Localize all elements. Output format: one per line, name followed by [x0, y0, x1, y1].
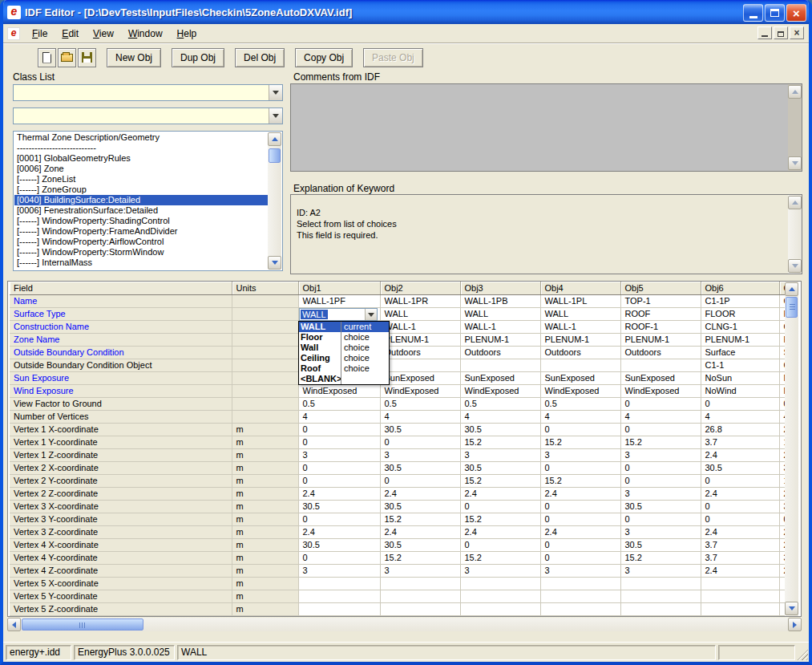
value-cell[interactable]: 0: [460, 500, 540, 513]
value-cell[interactable]: 3: [460, 448, 540, 461]
value-cell[interactable]: 0: [298, 461, 380, 474]
value-cell[interactable]: PLENUM-1: [620, 333, 701, 346]
class-list-item[interactable]: [------] WindowProperty:AirflowControl: [14, 237, 269, 247]
class-list-item[interactable]: [0001] GlobalGeometryRules: [14, 153, 269, 164]
value-cell[interactable]: WALL: [540, 307, 620, 320]
value-cell[interactable]: [380, 577, 460, 590]
value-cell[interactable]: [620, 577, 701, 590]
value-cell[interactable]: 0: [620, 461, 701, 474]
dropdown-option-roof[interactable]: Roofchoice: [299, 363, 389, 374]
value-cell[interactable]: [380, 590, 460, 602]
value-cell[interactable]: ROOF-1: [620, 320, 701, 333]
value-cell[interactable]: 15.2: [380, 551, 460, 564]
title-bar[interactable]: e IDF Editor - [D:\DevTests\InputFiles\C…: [0, 0, 812, 24]
value-cell[interactable]: WALL-1: [540, 320, 620, 333]
class-list-item[interactable]: [------] WindowProperty:ShadingControl: [14, 216, 269, 226]
scroll-down-button[interactable]: [268, 256, 281, 270]
value-cell[interactable]: [540, 590, 620, 602]
value-cell[interactable]: WindExposed: [460, 384, 540, 397]
value-cell[interactable]: [540, 359, 620, 371]
value-cell[interactable]: PLENUM-1: [460, 333, 540, 346]
value-cell[interactable]: 30.5: [460, 423, 540, 436]
value-cell[interactable]: PLENUM-1: [701, 333, 779, 346]
resize-grip[interactable]: [797, 649, 808, 660]
value-cell[interactable]: 4: [460, 410, 540, 423]
class-list-item[interactable]: [------] WindowProperty:FrameAndDivider: [14, 226, 269, 237]
combo-dropdown-button[interactable]: [269, 85, 282, 100]
menu-item-edit[interactable]: Edit: [55, 26, 86, 42]
value-cell[interactable]: 0: [298, 436, 380, 448]
class-filter-combo-1[interactable]: [13, 84, 283, 101]
value-cell[interactable]: 3.7: [701, 538, 779, 551]
value-cell[interactable]: 30.5: [380, 461, 460, 474]
class-list-item[interactable]: ---------------------------: [14, 143, 269, 153]
scroll-up-button[interactable]: [788, 85, 802, 99]
scroll-down-button[interactable]: [788, 259, 802, 273]
value-cell[interactable]: [380, 602, 460, 615]
value-cell[interactable]: TOP-1: [620, 294, 701, 307]
value-cell[interactable]: 2.4: [701, 525, 779, 538]
value-cell[interactable]: 0: [701, 474, 779, 487]
class-list-item[interactable]: [0006] FenestrationSurface:Detailed: [14, 205, 269, 216]
value-cell[interactable]: 30.5: [380, 423, 460, 436]
value-cell[interactable]: 3: [298, 448, 380, 461]
value-cell[interactable]: [620, 602, 701, 615]
value-cell[interactable]: WindExposed: [540, 384, 620, 397]
value-cell[interactable]: [298, 577, 380, 590]
value-cell[interactable]: 0: [540, 551, 620, 564]
value-cell[interactable]: 0: [620, 513, 701, 525]
scroll-up-button[interactable]: [268, 132, 281, 146]
class-list-box[interactable]: Thermal Zone Description/Geometry-------…: [13, 131, 283, 271]
value-cell[interactable]: SunExposed: [540, 371, 620, 384]
value-cell[interactable]: WindExposed: [380, 384, 460, 397]
value-cell[interactable]: Outdoors: [620, 346, 701, 359]
value-cell[interactable]: 2.4: [380, 525, 460, 538]
value-cell[interactable]: 15.2: [460, 513, 540, 525]
close-button[interactable]: ×: [786, 4, 806, 22]
value-cell[interactable]: NoWind: [701, 384, 779, 397]
value-cell[interactable]: 30.5: [620, 538, 701, 551]
value-cell[interactable]: 3: [620, 564, 701, 577]
value-cell[interactable]: [620, 590, 701, 602]
value-cell[interactable]: 0: [620, 397, 701, 410]
value-cell[interactable]: 0: [380, 474, 460, 487]
comments-scrollbar[interactable]: [788, 84, 802, 171]
value-cell[interactable]: 0: [540, 461, 620, 474]
value-cell[interactable]: 2.4: [380, 487, 460, 500]
value-cell[interactable]: 0: [701, 397, 779, 410]
value-cell[interactable]: WALL-1: [380, 320, 460, 333]
combo-dropdown-button[interactable]: [269, 108, 282, 124]
grid-vertical-scrollbar[interactable]: [785, 282, 798, 616]
del-obj-button[interactable]: Del Obj: [235, 48, 285, 67]
value-cell[interactable]: [701, 577, 779, 590]
value-cell[interactable]: 30.5: [298, 500, 380, 513]
value-cell[interactable]: 0: [540, 500, 620, 513]
scroll-left-button[interactable]: [7, 618, 21, 631]
value-cell[interactable]: C1-1P: [701, 294, 779, 307]
value-cell[interactable]: 2.4: [540, 487, 620, 500]
value-cell[interactable]: 15.2: [620, 551, 701, 564]
value-cell[interactable]: 0: [298, 513, 380, 525]
value-cell[interactable]: 3: [380, 448, 460, 461]
value-cell[interactable]: SunExposed: [380, 371, 460, 384]
value-cell[interactable]: 30.5: [701, 461, 779, 474]
value-cell[interactable]: ROOF: [620, 307, 701, 320]
scrollbar-thumb[interactable]: [786, 297, 798, 318]
menu-item-file[interactable]: File: [25, 26, 55, 42]
value-cell[interactable]: 2.4: [540, 525, 620, 538]
value-cell[interactable]: 0: [540, 513, 620, 525]
value-cell[interactable]: 30.5: [380, 500, 460, 513]
value-cell[interactable]: 0: [620, 423, 701, 436]
value-cell[interactable]: 4: [540, 410, 620, 423]
value-cell[interactable]: 15.2: [540, 474, 620, 487]
value-cell[interactable]: 4: [298, 410, 380, 423]
value-cell[interactable]: Outdoors: [540, 346, 620, 359]
value-cell[interactable]: 3: [298, 564, 380, 577]
value-cell[interactable]: 4: [620, 410, 701, 423]
value-cell[interactable]: 0.5: [460, 397, 540, 410]
copy-obj-button[interactable]: Copy Obj: [295, 48, 353, 67]
scroll-up-button[interactable]: [788, 196, 802, 209]
value-cell[interactable]: 15.2: [460, 474, 540, 487]
scroll-up-button[interactable]: [785, 282, 798, 296]
grid-horizontal-scrollbar[interactable]: [7, 618, 802, 631]
